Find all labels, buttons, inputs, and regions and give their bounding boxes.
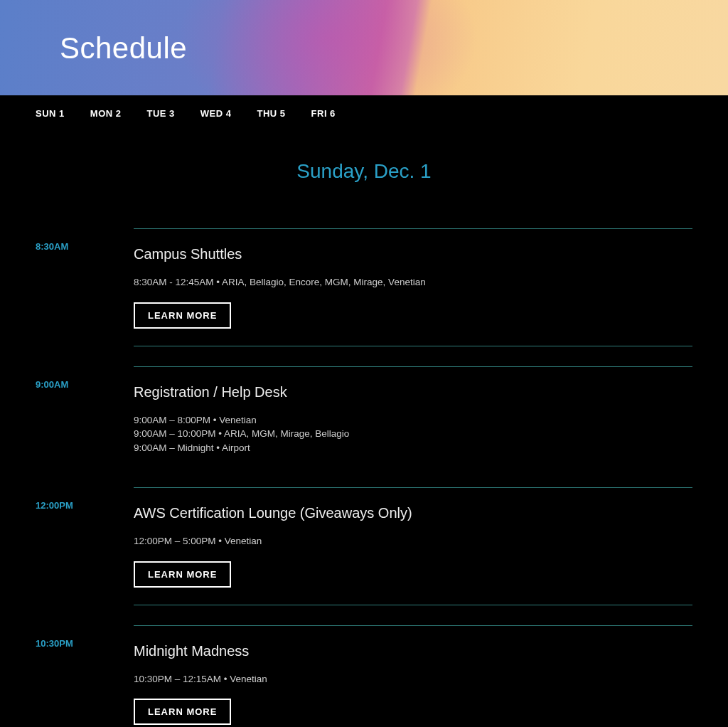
event-body: Campus Shuttles8:30AM - 12:45AM • ARIA, … <box>134 228 692 346</box>
daynav-tab-1[interactable]: MON 2 <box>90 108 122 119</box>
event-body: AWS Certification Lounge (Giveaways Only… <box>134 487 692 605</box>
event-details: 12:00PM – 5:00PM • Venetian <box>134 534 692 548</box>
events-list: 8:30AMCampus Shuttles8:30AM - 12:45AM • … <box>0 228 728 727</box>
event-row: 9:00AMRegistration / Help Desk9:00AM – 8… <box>36 366 692 468</box>
event-time: 10:30PM <box>36 625 134 726</box>
event-time: 8:30AM <box>36 228 134 346</box>
page-title: Schedule <box>60 31 187 65</box>
event-body: Registration / Help Desk9:00AM – 8:00PM … <box>134 366 692 468</box>
learn-more-button[interactable]: LEARN MORE <box>134 302 231 329</box>
event-details: 9:00AM – 8:00PM • Venetian9:00AM – 10:00… <box>134 413 692 455</box>
daynav-tab-2[interactable]: TUE 3 <box>146 108 174 119</box>
daynav-tab-5[interactable]: FRI 6 <box>311 108 336 119</box>
event-title: Campus Shuttles <box>134 246 692 262</box>
daynav-tab-0[interactable]: SUN 1 <box>36 108 65 119</box>
event-row: 8:30AMCampus Shuttles8:30AM - 12:45AM • … <box>36 228 692 346</box>
event-details: 8:30AM - 12:45AM • ARIA, Bellagio, Encor… <box>134 275 692 290</box>
event-title: Midnight Madness <box>134 643 692 659</box>
divider <box>134 605 692 605</box>
daynav-tab-4[interactable]: THU 5 <box>257 108 285 119</box>
event-title: AWS Certification Lounge (Giveaways Only… <box>134 505 692 521</box>
learn-more-button[interactable]: LEARN MORE <box>134 699 231 725</box>
learn-more-button[interactable]: LEARN MORE <box>134 561 231 588</box>
event-title: Registration / Help Desk <box>134 384 692 400</box>
day-nav: SUN 1MON 2TUE 3WED 4THU 5FRI 6 <box>0 95 728 132</box>
event-details: 10:30PM – 12:15AM • Venetian <box>134 672 692 686</box>
event-row: 12:00PMAWS Certification Lounge (Giveawa… <box>36 487 692 605</box>
event-body: Midnight Madness10:30PM – 12:15AM • Vene… <box>134 625 692 726</box>
event-time: 9:00AM <box>36 366 134 468</box>
event-time: 12:00PM <box>36 487 134 605</box>
event-row: 10:30PMMidnight Madness10:30PM – 12:15AM… <box>36 625 692 726</box>
divider <box>134 346 692 346</box>
day-heading: Sunday, Dec. 1 <box>0 160 728 183</box>
hero-banner: Schedule <box>0 0 728 95</box>
daynav-tab-3[interactable]: WED 4 <box>200 108 232 119</box>
